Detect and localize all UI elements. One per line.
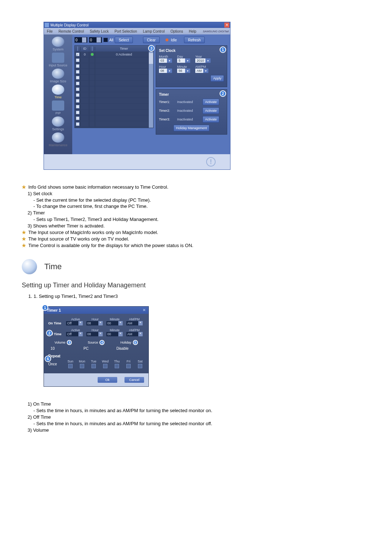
row-checkbox[interactable] [76, 111, 79, 114]
sidebar-item-settings[interactable]: Settings [47, 116, 69, 131]
day-checkbox[interactable] [103, 364, 107, 368]
menubar: File Remote Control Safety Lock Port Sel… [44, 28, 230, 34]
repeat-label: Repeat [48, 354, 144, 358]
window-titlebar[interactable]: Multiple Display Control ✕ [44, 22, 230, 28]
grid-row[interactable] [75, 57, 153, 63]
row-checkbox[interactable] [76, 122, 79, 126]
off-hour-select[interactable]: 08 [86, 332, 103, 336]
row-checkbox[interactable] [76, 76, 79, 79]
on-active-select[interactable]: Off [66, 321, 82, 325]
row-checkbox[interactable] [76, 58, 79, 62]
off-minute-select[interactable]: 00 [106, 332, 123, 336]
repeat-select[interactable]: Once [48, 362, 63, 366]
on-ampm-select[interactable]: AM [126, 321, 143, 325]
off-active-select[interactable]: Off [66, 332, 82, 336]
callout-2: 2 [220, 90, 226, 97]
chevron-down-icon [185, 58, 190, 63]
day-checkbox[interactable] [68, 364, 73, 368]
sidebar-item-pip[interactable]: PIP [47, 100, 69, 115]
row-checkbox[interactable] [76, 64, 79, 68]
grid-row[interactable] [75, 92, 153, 98]
refresh-button[interactable]: Refresh [184, 37, 205, 43]
scrollbar-thumb[interactable] [149, 53, 153, 64]
grid-row[interactable] [75, 75, 153, 81]
on-hour-select[interactable]: 08 [86, 321, 103, 325]
on-minute-select[interactable]: 00 [106, 321, 123, 325]
close-icon[interactable]: ✕ [143, 308, 146, 312]
menu-options[interactable]: Options [169, 29, 184, 33]
grid-row[interactable] [75, 104, 153, 110]
activate-button[interactable]: Activate [203, 99, 219, 105]
cancel-button[interactable]: Cancel [124, 377, 144, 383]
menu-help[interactable]: Help [187, 29, 198, 33]
grid-row[interactable] [75, 115, 153, 121]
source-select[interactable]: PC [83, 346, 109, 350]
row-checkbox[interactable] [76, 93, 79, 97]
star-icon: ★ [22, 184, 26, 190]
grid-row[interactable] [75, 121, 153, 127]
grid-row[interactable] [75, 110, 153, 115]
spinner-to[interactable]: 0 [89, 37, 102, 43]
header-checkbox-icon[interactable] [77, 46, 78, 51]
row-checkbox[interactable] [76, 53, 79, 56]
day-checkbox[interactable] [80, 364, 84, 368]
activate-button[interactable]: Activate [203, 116, 219, 123]
timer1-row: Timer1:InactivatedActivate [159, 99, 224, 105]
holiday-button[interactable]: Holiday Management [173, 125, 209, 131]
day-checkbox[interactable] [91, 364, 96, 368]
sidebar-item-image[interactable]: Image Size [47, 69, 69, 83]
menu-remote[interactable]: Remote Control [57, 29, 85, 33]
clear-button[interactable]: Clear [143, 37, 160, 43]
sidebar-item-system[interactable]: System [47, 37, 69, 51]
activate-button[interactable]: Activate [203, 107, 219, 114]
col-ampm: AM/PM [124, 328, 144, 332]
apply-button[interactable]: Apply [211, 75, 224, 82]
hour-select[interactable]: 08 [159, 69, 174, 73]
month-label: Month [159, 55, 174, 58]
grid-row[interactable] [75, 63, 153, 69]
day-label: Day [177, 55, 192, 58]
scrollbar[interactable] [149, 52, 153, 128]
holiday-select[interactable]: Disable [117, 346, 142, 350]
row-checkbox[interactable] [76, 70, 79, 74]
row-checkbox[interactable] [76, 87, 79, 91]
day-select[interactable]: 5 [177, 58, 192, 63]
sidebar-item-input[interactable]: Input Source [47, 53, 69, 67]
col-minute: Minute [105, 328, 124, 332]
grid-row[interactable] [75, 98, 153, 104]
sidebar-item-time[interactable]: Time [47, 85, 69, 99]
grid-row[interactable] [75, 69, 153, 75]
col-ampm: AM/PM [124, 317, 144, 321]
volume-select[interactable]: 10 [50, 346, 76, 350]
year-select[interactable]: 2010 [195, 58, 211, 63]
day-checkbox[interactable] [138, 364, 142, 368]
close-icon[interactable]: ✕ [224, 22, 229, 28]
doc-line: 1) On Time [28, 401, 370, 407]
row-checkbox[interactable] [76, 99, 79, 103]
day-checkbox[interactable] [126, 364, 131, 368]
minute-select[interactable]: 56 [177, 69, 192, 73]
select-button[interactable]: Select [115, 37, 133, 43]
day-wed: Wed [101, 360, 109, 363]
all-checkbox[interactable] [103, 38, 108, 42]
menu-file[interactable]: File [45, 29, 54, 33]
day-checkbox[interactable] [115, 364, 119, 368]
sidebar-item-maintenance[interactable]: Maintenance [47, 132, 69, 147]
menu-port[interactable]: Port Selection [113, 29, 138, 33]
grid-row[interactable]: 0 0:Activated [75, 52, 153, 57]
grid-row[interactable] [75, 86, 153, 92]
ok-button[interactable]: Ok [98, 377, 117, 383]
off-ampm-select[interactable]: AM [126, 332, 143, 336]
grid-row[interactable] [75, 81, 153, 86]
menu-safety[interactable]: Safety Lock [88, 29, 110, 33]
spinner-from[interactable]: 0 [74, 37, 87, 43]
row-checkbox[interactable] [76, 105, 79, 108]
col-active: Active [66, 328, 85, 332]
month-select[interactable]: 03 [159, 58, 174, 63]
row-checkbox[interactable] [76, 82, 79, 85]
ampm-select[interactable]: AM [195, 69, 211, 73]
menu-lamp[interactable]: Lamp Control [142, 29, 166, 33]
grid-hdr-status [89, 47, 95, 50]
row-checkbox[interactable] [76, 116, 79, 120]
dialog-titlebar[interactable]: Timer 1✕ [44, 307, 148, 314]
